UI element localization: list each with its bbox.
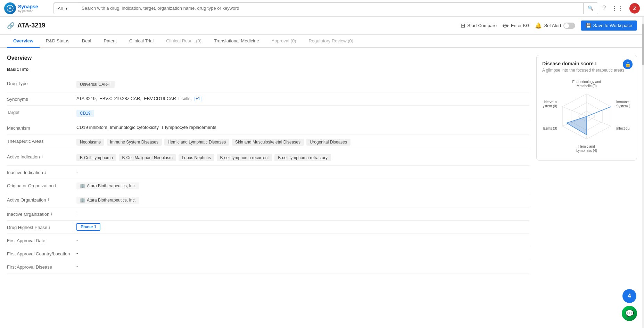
tab-deal[interactable]: Deal xyxy=(76,35,98,48)
compare-icon: ⊞ xyxy=(461,22,465,29)
tab-translational-medicine[interactable]: Translational Medicine xyxy=(208,35,265,48)
alert-toggle[interactable] xyxy=(563,23,575,29)
drug-type-label: Drug Type xyxy=(7,80,76,86)
right-panel: 🔒 Disease domain score ℹ A glimpse into … xyxy=(536,55,637,273)
originator-org-tag[interactable]: 🏢 Atara Biotherapeutics, Inc. xyxy=(76,182,139,189)
chevron-down-icon: ▼ xyxy=(65,7,68,10)
indication-tag-lupus: Lupus Nephritis xyxy=(179,154,214,161)
originator-org-info-icon[interactable]: ℹ xyxy=(55,183,56,188)
tab-regulatory-review: Regulatory Review (0) xyxy=(302,35,360,48)
radar-chart: Endocrinology and Metabolic (0) Immune S… xyxy=(542,78,631,155)
tab-overview[interactable]: Overview xyxy=(7,35,40,48)
search-input[interactable] xyxy=(78,3,583,14)
active-org-row: Active Organization ℹ 🏢 Atara Biotherape… xyxy=(7,193,529,207)
drug-highest-phase-label: Drug Highest Phase ℹ xyxy=(7,224,76,230)
svg-text:Lymphatic (4): Lymphatic (4) xyxy=(576,149,597,153)
start-compare-label: Start Compare xyxy=(467,23,497,28)
logo-icon xyxy=(4,2,16,14)
first-approval-date-value: - xyxy=(76,237,529,243)
target-value: CD19 xyxy=(76,109,529,117)
search-icon: 🔍 xyxy=(588,6,594,11)
score-card-subtitle: A glimpse into the focused therapeutic a… xyxy=(542,68,631,73)
start-compare-button[interactable]: ⊞ Start Compare xyxy=(461,22,497,29)
alert-icon: 🔔 xyxy=(535,22,542,29)
logo-text: Synapse xyxy=(18,4,38,9)
tab-rd-status[interactable]: R&D Status xyxy=(40,35,76,48)
drug-link-icon: 🔗 xyxy=(7,22,15,30)
tab-clinical-trial[interactable]: Clinical Trial xyxy=(123,35,160,48)
svg-line-19 xyxy=(562,107,587,116)
tab-bar: Overview R&D Status Deal Patent Clinical… xyxy=(0,35,644,48)
search-bar: All ▼ 🔍 xyxy=(53,2,598,14)
originator-org-value: 🏢 Atara Biotherapeutics, Inc. xyxy=(76,182,529,189)
synonyms-label: Synonyms xyxy=(7,96,76,102)
drug-type-tag: Universal CAR-T xyxy=(76,81,115,88)
avatar[interactable]: Z xyxy=(629,3,640,14)
lock-icon[interactable]: 🔒 xyxy=(623,59,633,69)
originator-org-label: Originator Organization ℹ xyxy=(7,182,76,188)
active-org-info-icon[interactable]: ℹ xyxy=(48,198,49,202)
tab-clinical-result: Clinical Result (0) xyxy=(160,35,208,48)
tab-patent[interactable]: Patent xyxy=(98,35,123,48)
inactive-indication-info-icon[interactable]: ℹ xyxy=(44,170,46,175)
drug-type-value: Universal CAR-T xyxy=(76,80,529,89)
tab-approval: Approval (0) xyxy=(265,35,303,48)
indication-tag-recurrent: B-cell lymphoma recurrent xyxy=(217,154,272,161)
svg-text:Nervous: Nervous xyxy=(544,100,557,104)
inactive-org-info-icon[interactable]: ℹ xyxy=(51,212,52,216)
apps-grid-icon[interactable]: ⋮⋮ xyxy=(611,5,624,12)
svg-line-16 xyxy=(587,116,611,126)
therapeutic-areas-row: Therapeutic Areas Neoplasms Immune Syste… xyxy=(7,134,529,150)
area-tag-neoplasms: Neoplasms xyxy=(76,139,104,146)
inactive-org-label: Inactive Organization ℹ xyxy=(7,211,76,217)
help-icon[interactable]: ? xyxy=(602,5,606,12)
synonyms-value: ATA 3219, EBV.CD19.28z CAR, EBV.CD19.CAR… xyxy=(76,96,529,101)
save-workspace-button[interactable]: 💾 Save to Workspace xyxy=(581,20,637,31)
drug-highest-phase-value: Phase 1 xyxy=(76,224,529,229)
synonyms-row: Synonyms ATA 3219, EBV.CD19.28z CAR, EBV… xyxy=(7,92,529,106)
active-org-tag[interactable]: 🏢 Atara Biotherapeutics, Inc. xyxy=(76,197,139,204)
drug-type-row: Drug Type Universal CAR-T xyxy=(7,77,529,92)
scrollbar-thumb[interactable] xyxy=(642,24,644,65)
svg-text:Endocrinology and: Endocrinology and xyxy=(572,80,601,84)
search-type-select[interactable]: All ▼ xyxy=(54,3,78,14)
inactive-indication-value: - xyxy=(76,169,529,174)
area-tag-hemic: Hemic and Lymphatic Diseases xyxy=(164,139,230,146)
first-approval-disease-row: First Approval Disease - xyxy=(7,260,529,273)
scrollbar-track xyxy=(642,17,644,280)
inactive-indication-label: Inactive Indication ℹ xyxy=(7,169,76,175)
first-approval-date-row: First Approval Date - xyxy=(7,234,529,247)
area-tag-skin: Skin and Musculoskeletal Diseases xyxy=(232,139,304,146)
enter-kg-button[interactable]: ⟴ Enter KG xyxy=(502,22,529,29)
active-indication-info-icon[interactable]: ℹ xyxy=(41,155,43,159)
inactive-indication-row: Inactive Indication ℹ - xyxy=(7,166,529,179)
phase-tag: Phase 1 xyxy=(76,223,100,231)
score-info-icon[interactable]: ℹ xyxy=(595,62,596,66)
therapeutic-areas-label: Therapeutic Areas xyxy=(7,138,76,144)
main-content: Overview Basic Info Drug Type Universal … xyxy=(0,48,644,280)
area-tag-immune: Immune System Diseases xyxy=(107,139,162,146)
active-indication-label: Active Indication ℹ xyxy=(7,154,76,159)
first-approval-country-value: - xyxy=(76,251,529,256)
title-actions: ⊞ Start Compare ⟴ Enter KG 🔔 Set Alert 💾… xyxy=(461,20,637,31)
basic-info-heading: Basic Info xyxy=(7,67,529,72)
first-approval-disease-label: First Approval Disease xyxy=(7,264,76,270)
drug-phase-info-icon[interactable]: ℹ xyxy=(49,225,50,230)
first-approval-date-label: First Approval Date xyxy=(7,237,76,243)
top-nav: Synapse by patsnap All ▼ 🔍 ? ⋮⋮ Z xyxy=(0,0,644,17)
svg-text:Metabolic (0): Metabolic (0) xyxy=(577,84,597,88)
synonyms-more-link[interactable]: [+1] xyxy=(195,96,201,101)
active-indication-value: B-Cell Lymphoma B-Cell Malignant Neoplas… xyxy=(76,154,529,162)
svg-text:Infectious (0): Infectious (0) xyxy=(616,126,630,130)
first-approval-disease-value: - xyxy=(76,264,529,269)
drug-highest-phase-row: Drug Highest Phase ℹ Phase 1 xyxy=(7,221,529,234)
set-alert-wrapper: 🔔 Set Alert xyxy=(535,22,575,29)
inactive-org-row: Inactive Organization ℹ - xyxy=(7,207,529,221)
target-tag[interactable]: CD19 xyxy=(76,110,94,117)
svg-text:Neoplasms (3): Neoplasms (3) xyxy=(543,126,557,130)
page-title: Overview xyxy=(7,55,529,61)
search-type-label: All xyxy=(58,6,63,11)
set-alert-label: Set Alert xyxy=(544,23,561,28)
search-button[interactable]: 🔍 xyxy=(583,3,598,14)
score-card-title: Disease domain score ℹ xyxy=(542,61,631,66)
